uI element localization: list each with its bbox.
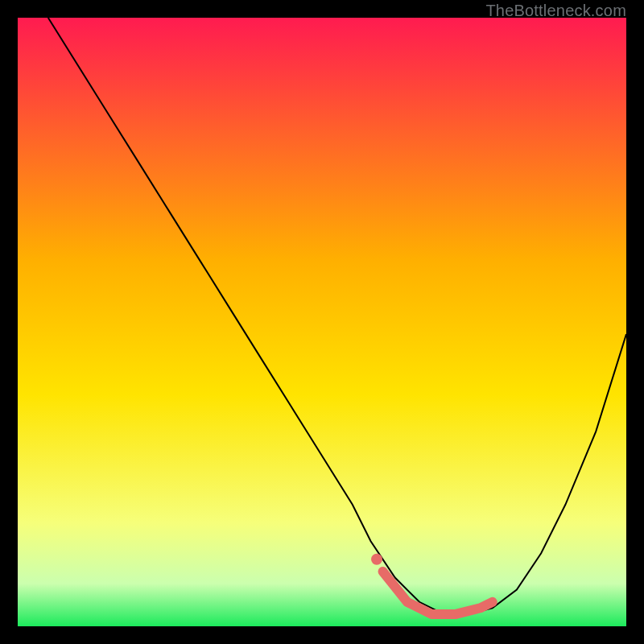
chart-plot xyxy=(18,18,626,626)
chart-background xyxy=(18,18,626,626)
chart-frame xyxy=(18,18,626,626)
highlight-dot xyxy=(371,554,382,565)
watermark-text: TheBottleneck.com xyxy=(485,2,626,20)
